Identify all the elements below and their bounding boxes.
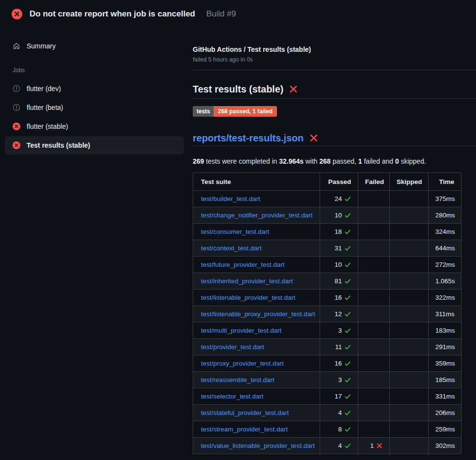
skipped-count (390, 372, 429, 388)
page-title: Do not create report when job is cancell… (30, 9, 195, 19)
report-file-heading[interactable]: reports/test-results.json (193, 132, 476, 146)
neutral-status-icon (13, 85, 20, 92)
test-suite-link[interactable]: test/listenable_provider_test.dart (201, 294, 295, 301)
suite-time: 183ms (429, 322, 461, 339)
suite-time: 280ms (429, 207, 461, 224)
column-header-skipped: Skipped (390, 173, 429, 191)
passed-count: 11 (335, 343, 342, 351)
passed-count: 3 (338, 376, 342, 383)
test-suite-link[interactable]: test/inherited_provider_test.dart (201, 277, 293, 285)
jobs-section-label: Jobs (5, 67, 184, 74)
skipped-count (390, 339, 429, 355)
skipped-count (390, 388, 429, 405)
sidebar-item-flutter-beta[interactable]: flutter (beta) (5, 98, 184, 117)
build-number: Build #9 (206, 9, 236, 19)
table-row: test/listenable_provider_test.dart 16 (193, 290, 461, 306)
test-results-table-body: test/builder_test.dart 24 (193, 191, 461, 454)
report-file-link[interactable]: reports/test-results.json (193, 132, 304, 144)
table-row: test/reassemble_test.dart 3 (193, 372, 461, 388)
home-icon (13, 42, 20, 50)
suite-time: 375ms (429, 191, 461, 207)
table-row: test/value_listenable_provider_test.dart… (193, 438, 461, 454)
sidebar-item-test-results-stable[interactable]: Test results (stable) (5, 136, 184, 154)
suite-time: 291ms (429, 339, 461, 355)
test-suite-link[interactable]: test/builder_test.dart (201, 195, 260, 202)
skipped-count (390, 224, 429, 240)
test-run-summary: 269 tests were completed in 32.964s with… (193, 156, 476, 166)
cross-icon (376, 443, 383, 449)
test-suite-link[interactable]: test/change_notifier_provider_test.dart (201, 212, 312, 219)
suite-time: 359ms (429, 355, 461, 372)
test-suite-link[interactable]: test/proxy_provider_test.dart (201, 360, 284, 367)
table-row: test/selector_test.dart 17 (193, 388, 461, 405)
skipped-count (390, 257, 429, 273)
table-row: test/provider_test.dart 11 (193, 339, 461, 355)
badge-value: 268 passed, 1 failed (214, 106, 277, 117)
check-icon (344, 443, 351, 449)
check-icon (344, 377, 351, 383)
failed-status-icon (13, 141, 20, 149)
test-suite-link[interactable]: test/value_listenable_provider_test.dart (201, 442, 315, 449)
check-icon (344, 245, 351, 252)
neutral-status-icon (13, 104, 20, 111)
check-summary-header: GitHub Actions / Test results (stable) f… (193, 45, 476, 70)
section-title: Test results (stable) (193, 83, 283, 95)
test-suite-link[interactable]: test/consumer_test.dart (201, 228, 269, 235)
failed-count: 1 (370, 442, 374, 449)
check-icon (344, 344, 351, 351)
check-icon (344, 360, 351, 367)
check-icon (344, 327, 351, 334)
passed-count: 16 (335, 294, 342, 301)
check-icon (344, 196, 351, 202)
passed-count: 4 (338, 409, 342, 416)
table-row: test/consumer_test.dart 18 (193, 224, 461, 240)
table-row: test/listenable_proxy_provider_test.dart… (193, 306, 461, 322)
sidebar-item-label: Summary (27, 41, 56, 51)
skipped-count (390, 290, 429, 306)
badge-label: tests (193, 106, 214, 117)
check-icon (344, 426, 351, 433)
suite-time: 322ms (429, 290, 461, 306)
table-row: test/stateful_provider_test.dart 4 (193, 405, 461, 421)
table-row: test/inherited_provider_test.dart 81 (193, 273, 461, 290)
section-heading: Test results (stable) (193, 83, 476, 99)
sidebar-item-label: Test results (stable) (27, 140, 90, 150)
sidebar-item-label: flutter (beta) (27, 103, 63, 112)
sidebar-item-label: flutter (dev) (27, 84, 61, 93)
test-suite-link[interactable]: test/future_provider_test.dart (201, 261, 285, 268)
table-row: test/builder_test.dart 24 (193, 191, 461, 207)
suite-time: 185ms (429, 372, 461, 388)
sidebar-item-summary[interactable]: Summary (5, 37, 184, 55)
sidebar-item-flutter-stable[interactable]: flutter (stable) (5, 117, 184, 136)
tests-badge: tests 268 passed, 1 failed (193, 106, 277, 117)
failed-cross-icon (309, 134, 318, 142)
test-suite-link[interactable]: test/multi_provider_test.dart (201, 327, 282, 334)
skipped-count (390, 355, 429, 372)
sidebar-item-label: flutter (stable) (27, 122, 68, 131)
sidebar-item-flutter-dev[interactable]: flutter (dev) (5, 79, 184, 98)
skipped-count (390, 240, 429, 257)
check-run-header: Do not create report when job is cancell… (0, 0, 476, 27)
test-suite-link[interactable]: test/stream_provider_test.dart (201, 426, 288, 433)
check-icon (344, 212, 351, 219)
passed-count: 17 (335, 393, 342, 400)
suite-time: 259ms (429, 421, 461, 438)
skipped-count (390, 421, 429, 438)
main-content: GitHub Actions / Test results (stable) f… (189, 27, 476, 454)
check-icon (344, 410, 351, 416)
test-suite-link[interactable]: test/selector_test.dart (201, 393, 263, 400)
skipped-count (390, 405, 429, 421)
test-suite-link[interactable]: test/listenable_proxy_provider_test.dart (201, 310, 315, 318)
suite-time: 302ms (429, 438, 461, 454)
test-suite-link[interactable]: test/context_test.dart (201, 245, 261, 252)
check-title: GitHub Actions / Test results (stable) (193, 45, 476, 54)
test-suite-link[interactable]: test/reassemble_test.dart (201, 376, 275, 383)
table-row: test/context_test.dart 31 (193, 240, 461, 257)
skipped-count (390, 322, 429, 339)
test-suite-link[interactable]: test/stateful_provider_test.dart (201, 409, 289, 416)
check-icon (344, 294, 351, 301)
column-header-failed: Failed (358, 173, 390, 191)
suite-time: 644ms (429, 240, 461, 257)
test-suite-link[interactable]: test/provider_test.dart (201, 343, 264, 351)
skipped-count (390, 191, 429, 207)
